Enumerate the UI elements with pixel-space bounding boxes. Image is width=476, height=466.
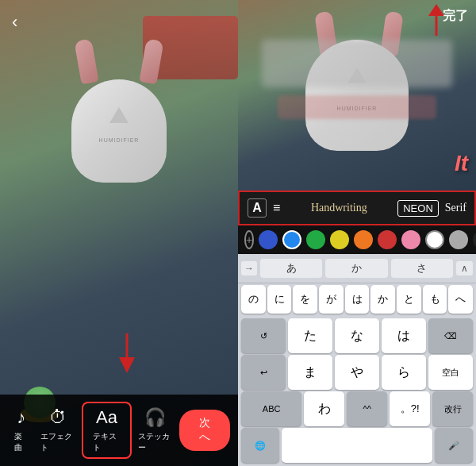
key-na[interactable]: な xyxy=(335,318,379,353)
key-backspace[interactable]: ⌫ xyxy=(428,318,473,353)
key-globe[interactable]: 🌐 xyxy=(241,428,279,463)
color-pink[interactable] xyxy=(401,230,420,249)
back-button[interactable]: ‹ xyxy=(12,12,17,33)
key-ta[interactable]: た xyxy=(288,318,332,353)
right-background-image: HUMIDIFIER 完了 It xyxy=(238,0,476,191)
key-mic[interactable]: 🎤 xyxy=(435,428,473,463)
toolbar-sticker[interactable]: 🎧 ステッカー xyxy=(132,403,179,457)
red-arrow-up xyxy=(428,4,444,40)
sticker-label: ステッカー xyxy=(138,431,173,453)
key-kuten[interactable]: 。?! xyxy=(390,391,430,426)
color-dark-blue[interactable] xyxy=(259,230,278,249)
suggestion-sa[interactable]: さ xyxy=(391,259,453,278)
keyboard-area: → あ か さ ∧ の に を が は か と も へ ↺ た な は xyxy=(238,254,476,466)
key-punct[interactable]: ^^ xyxy=(347,391,387,426)
key-ya[interactable]: や xyxy=(335,355,379,390)
effect-label: エフェクト xyxy=(40,431,75,453)
next-button[interactable]: 次へ xyxy=(179,410,230,451)
toolbar-music[interactable]: ♪ 楽曲 xyxy=(8,403,34,457)
keyboard-row-bottom: 🌐 🎤 xyxy=(241,428,473,463)
bottom-toolbar: ♪ 楽曲 ⏱ エフェクト Aa テキスト 🎧 ステッカー 次へ xyxy=(0,395,238,466)
key-mo[interactable]: も xyxy=(423,285,447,314)
device-ear-left xyxy=(74,39,98,85)
sticker-icon: 🎧 xyxy=(144,407,166,428)
key-wa[interactable]: わ xyxy=(304,391,344,426)
color-more-button[interactable]: + xyxy=(244,230,254,249)
keyboard-row-3: ABC わ ^^ 。?! 改行 xyxy=(241,391,473,426)
color-gray[interactable] xyxy=(449,230,468,249)
color-palette: + xyxy=(238,225,476,254)
left-panel: ‹ HUMIDIFIER ♪ 楽曲 ⏱ エフェクト Aa テキスト xyxy=(0,0,238,466)
key-ni[interactable]: に xyxy=(267,285,292,314)
suggestion-ka[interactable]: か xyxy=(325,259,387,278)
key-no[interactable]: の xyxy=(241,285,266,314)
text-format-toolbar: A ≡ Handwriting NEON Serif xyxy=(238,191,476,225)
keyboard-rows: ↺ た な は ⌫ ↩ ま や ら 空白 ABC わ ^^ 。?! 改行 xyxy=(238,315,476,466)
down-arrow xyxy=(115,333,139,379)
format-A-button[interactable]: A xyxy=(248,198,267,218)
key-space[interactable]: 空白 xyxy=(428,355,473,390)
effect-icon: ⏱ xyxy=(49,407,67,428)
blur-overlay-top xyxy=(262,40,452,87)
text-display: It xyxy=(455,151,468,176)
font-neon-label[interactable]: NEON xyxy=(397,200,439,217)
music-icon: ♪ xyxy=(17,407,25,428)
key-ka[interactable]: か xyxy=(370,285,395,314)
text-label: テキスト xyxy=(93,431,121,453)
color-white[interactable] xyxy=(425,230,444,249)
font-serif-label[interactable]: Serif xyxy=(445,202,466,214)
color-dark[interactable] xyxy=(473,230,476,249)
kana-up-arrow[interactable]: ∧ xyxy=(456,261,473,275)
key-ha2[interactable]: は xyxy=(382,318,426,353)
device-ear-right xyxy=(139,39,163,85)
key-space2[interactable] xyxy=(282,428,433,463)
kana-arrow-right[interactable]: → xyxy=(241,261,257,275)
keyboard-row-2: ↩ ま や ら 空白 xyxy=(241,355,473,390)
key-undo[interactable]: ↺ xyxy=(241,318,286,353)
device-right: HUMIDIFIER xyxy=(294,8,420,167)
key-ga[interactable]: が xyxy=(319,285,344,314)
color-orange[interactable] xyxy=(354,230,373,249)
suggestion-a[interactable]: あ xyxy=(260,259,322,278)
color-red[interactable] xyxy=(378,230,397,249)
key-to[interactable]: と xyxy=(397,285,421,314)
toolbar-text[interactable]: Aa テキスト xyxy=(82,402,132,459)
device-logo: HUMIDIFIER xyxy=(99,137,140,143)
blur-overlay-bottom xyxy=(278,95,436,119)
key-ma[interactable]: ま xyxy=(288,355,332,390)
key-ha[interactable]: は xyxy=(345,285,370,314)
color-blue[interactable] xyxy=(282,230,301,249)
key-abc[interactable]: ABC xyxy=(241,391,301,426)
keyboard-row-1: ↺ た な は ⌫ xyxy=(241,318,473,353)
key-ra[interactable]: ら xyxy=(382,355,426,390)
color-yellow[interactable] xyxy=(330,230,349,249)
device-body: HUMIDIFIER xyxy=(71,79,167,183)
toolbar-effect[interactable]: ⏱ エフェクト xyxy=(34,403,82,457)
kana-suggestions-row: → あ か さ ∧ xyxy=(238,254,476,283)
right-panel: HUMIDIFIER 完了 It A ≡ Handwriting NEON Se… xyxy=(238,0,476,466)
svg-marker-2 xyxy=(428,4,444,16)
device-illustration: HUMIDIFIER xyxy=(56,40,182,198)
key-wo[interactable]: を xyxy=(293,285,317,314)
key-return[interactable]: 改行 xyxy=(432,391,473,426)
key-return-arrow[interactable]: ↩ xyxy=(241,355,286,390)
svg-marker-1 xyxy=(119,357,135,373)
align-button[interactable]: ≡ xyxy=(273,201,280,215)
color-green[interactable] xyxy=(306,230,325,249)
key-he[interactable]: へ xyxy=(448,285,473,314)
music-label: 楽曲 xyxy=(14,431,28,453)
font-handwriting-label[interactable]: Handwriting xyxy=(286,202,391,214)
text-icon: Aa xyxy=(96,407,117,428)
done-button[interactable]: 完了 xyxy=(443,8,468,25)
